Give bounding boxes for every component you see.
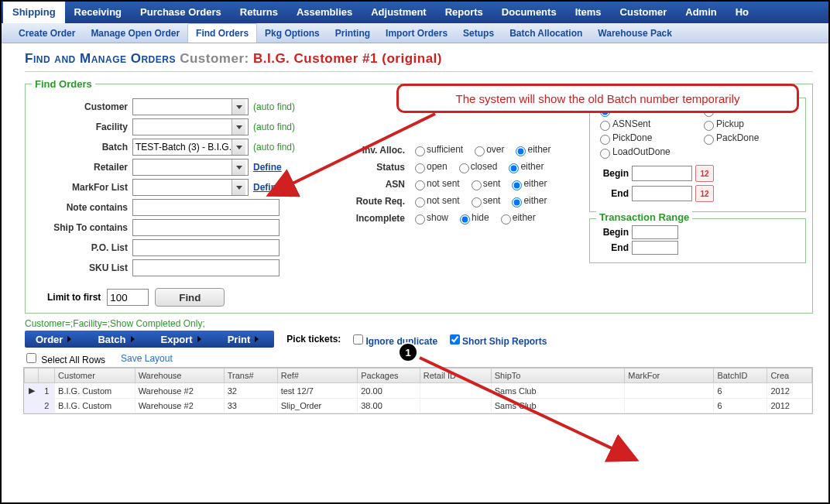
asn-sent[interactable]: sent [468, 178, 501, 190]
incomplete-show[interactable]: show [411, 212, 448, 225]
dr-pickdone[interactable]: PickDone [596, 132, 695, 145]
select-all-row: Select All Rows Save Layout [23, 351, 813, 365]
chevron-down-icon[interactable] [232, 180, 245, 195]
nav-items[interactable]: Items [566, 2, 611, 23]
markfor-combo[interactable] [132, 179, 249, 196]
nav-reports[interactable]: Reports [436, 2, 492, 23]
asn-either[interactable]: either [508, 178, 547, 190]
pick-tickets-area: Pick tickets: Ignore duplicate Short Shi… [286, 332, 547, 347]
status-open[interactable]: open [411, 161, 448, 173]
subnav-warehouse-pack[interactable]: Warehouse Pack [590, 24, 680, 43]
status-label: Status [341, 162, 411, 173]
main-nav: Shipping Receiving Purchase Orders Retur… [2, 2, 828, 23]
col-packages[interactable]: Packages [358, 369, 420, 383]
cell-customer: B.I.G. Custom [55, 383, 135, 399]
subnav-find-orders[interactable]: Find Orders [187, 23, 257, 43]
batch-combo[interactable]: TEST-Batch (3) - B.I.G. C [132, 139, 249, 156]
invalloc-either[interactable]: either [512, 144, 550, 156]
cell-ref: Slip_Order [277, 399, 358, 413]
po-list-input[interactable] [132, 239, 280, 256]
tr-begin-input[interactable] [632, 225, 678, 239]
calendar-icon[interactable] [695, 185, 714, 202]
chevron-down-icon[interactable] [232, 159, 245, 175]
dr-packdone[interactable]: PackDone [700, 132, 799, 145]
col-markfor[interactable]: MarkFor [625, 369, 714, 383]
subnav-pkg-options[interactable]: Pkg Options [257, 24, 328, 43]
ignore-duplicate-checkbox[interactable]: Ignore duplicate [350, 332, 437, 347]
dr-pickup[interactable]: Pickup [700, 118, 799, 131]
chevron-down-icon[interactable] [232, 99, 245, 115]
note-contains-input[interactable] [132, 199, 280, 216]
col-retailid[interactable]: Retail ID [420, 369, 491, 383]
dr-end-label: End [596, 188, 632, 199]
retailer-combo[interactable] [132, 159, 249, 176]
dr-end-input[interactable] [632, 186, 692, 201]
subnav-printing[interactable]: Printing [328, 24, 378, 43]
col-ref[interactable]: Ref# [277, 369, 358, 383]
col-rownum[interactable] [39, 369, 55, 383]
col-batchid[interactable]: BatchID [714, 369, 767, 383]
nav-more[interactable]: Ho [726, 2, 758, 23]
calendar-icon[interactable] [695, 165, 714, 182]
retailer-define-link[interactable]: Define [253, 162, 282, 173]
routereq-sent[interactable]: sent [468, 195, 501, 207]
dr-begin-input[interactable] [632, 166, 692, 181]
subnav-import-orders[interactable]: Import Orders [378, 24, 455, 43]
status-either[interactable]: either [505, 161, 544, 173]
shipto-contains-input[interactable] [132, 219, 280, 236]
incomplete-hide[interactable]: hide [456, 212, 489, 225]
routereq-either[interactable]: either [508, 195, 547, 207]
select-all-rows-checkbox[interactable]: Select All Rows [23, 351, 105, 365]
tr-end-label: End [596, 242, 632, 253]
menu-order[interactable]: Order [25, 331, 87, 348]
asn-notsent[interactable]: not sent [411, 178, 460, 190]
nav-returns[interactable]: Returns [231, 2, 287, 23]
nav-purchase-orders[interactable]: Purchase Orders [131, 2, 231, 23]
dr-loadoutdone[interactable]: LoadOutDone [596, 146, 695, 159]
save-layout-link[interactable]: Save Layout [121, 353, 173, 364]
limit-input[interactable] [107, 289, 149, 306]
nav-adjustment[interactable]: Adjustment [362, 2, 436, 23]
nav-receiving[interactable]: Receiving [65, 2, 131, 23]
facility-combo[interactable] [132, 118, 249, 135]
incomplete-either[interactable]: either [497, 212, 536, 225]
table-row[interactable]: ▶ 1 B.I.G. Custom Warehouse #2 32 test 1… [25, 383, 812, 399]
cell-shipto: Sams Club [491, 399, 625, 413]
menu-export[interactable]: Export [150, 331, 217, 348]
sku-list-input[interactable] [132, 259, 280, 276]
nav-admin[interactable]: Admin [676, 2, 725, 23]
row-number: 2 [39, 399, 55, 413]
col-crea[interactable]: Crea [767, 369, 812, 383]
tr-end-input[interactable] [632, 241, 678, 255]
nav-customer[interactable]: Customer [611, 2, 677, 23]
routereq-notsent[interactable]: not sent [411, 195, 460, 207]
status-closed[interactable]: closed [455, 161, 498, 173]
blue-menu: Order Batch Export Print [25, 331, 274, 348]
invalloc-over[interactable]: over [471, 144, 504, 156]
menu-batch[interactable]: Batch [87, 331, 149, 348]
col-shipto[interactable]: ShipTo [491, 369, 625, 383]
subnav-create-order[interactable]: Create Order [11, 24, 83, 43]
short-ship-reports-checkbox[interactable]: Short Ship Reports [447, 332, 547, 347]
batch-value: TEST-Batch (3) - B.I.G. C [135, 142, 232, 153]
customer-combo[interactable] [132, 98, 249, 115]
subnav-setups[interactable]: Setups [455, 24, 502, 43]
col-trans[interactable]: Trans# [224, 369, 277, 383]
col-warehouse[interactable]: Warehouse [135, 369, 224, 383]
markfor-define-link[interactable]: Define [253, 182, 282, 193]
col-indicator[interactable] [25, 369, 39, 383]
col-customer[interactable]: Customer [55, 369, 135, 383]
nav-assemblies[interactable]: Assemblies [287, 2, 362, 23]
find-button[interactable]: Find [155, 288, 225, 307]
dr-asnsent[interactable]: ASNSent [596, 118, 695, 131]
subnav-manage-open-order[interactable]: Manage Open Order [83, 24, 187, 43]
invalloc-sufficient[interactable]: sufficient [411, 144, 463, 156]
nav-shipping[interactable]: Shipping [3, 2, 65, 23]
table-row[interactable]: 2 B.I.G. Custom Warehouse #2 33 Slip_Ord… [25, 399, 812, 413]
chevron-down-icon[interactable] [232, 119, 245, 135]
pick-tickets-label: Pick tickets: [286, 334, 341, 345]
subnav-batch-allocation[interactable]: Batch Allocation [502, 24, 590, 43]
menu-print[interactable]: Print [217, 331, 275, 348]
nav-documents[interactable]: Documents [492, 2, 566, 23]
chevron-down-icon[interactable] [232, 139, 245, 155]
